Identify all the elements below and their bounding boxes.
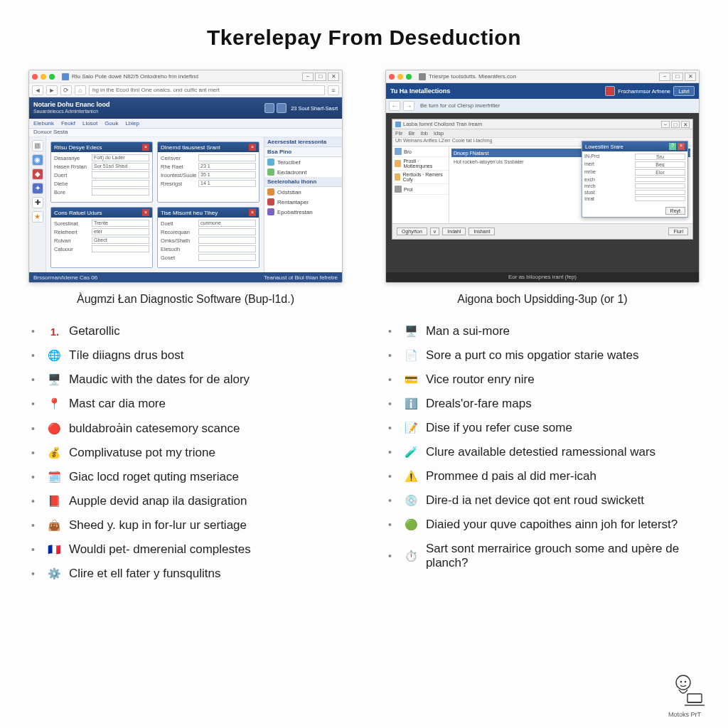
ribbon-tab[interactable]: Gouk: [105, 120, 118, 127]
url-bar[interactable]: hg in the Ecod Ihnl One onalcs. ond culf…: [89, 85, 325, 95]
dialog-close-icon[interactable]: ×: [678, 143, 685, 150]
field-input[interactable]: [92, 245, 149, 252]
footer-button[interactable]: Oghyrton: [397, 228, 427, 235]
maximize-button[interactable]: □: [672, 73, 683, 81]
field-input[interactable]: [92, 171, 149, 178]
tray-icon[interactable]: ▦: [32, 140, 43, 151]
back-button[interactable]: ◄: [32, 85, 43, 95]
header-icon[interactable]: [264, 103, 274, 113]
minimize-button[interactable]: −: [302, 73, 314, 81]
reload-button[interactable]: ⟳: [60, 85, 72, 95]
maximize-button[interactable]: □: [315, 73, 326, 81]
dialog-value[interactable]: [635, 177, 685, 182]
forward-button[interactable]: ►: [46, 85, 58, 95]
dialog-value[interactable]: Sru: [635, 154, 685, 160]
side-panel-item[interactable]: Odststian: [264, 187, 342, 197]
footer-button[interactable]: Indahl: [442, 228, 466, 235]
close-button[interactable]: ✕: [681, 121, 690, 128]
panel-close-icon[interactable]: ×: [249, 209, 256, 216]
dialog-label: Inrat: [584, 196, 633, 201]
close-button[interactable]: ✕: [685, 73, 696, 81]
min-dot-icon[interactable]: [397, 74, 403, 80]
ribbon-tab[interactable]: Llosot: [82, 120, 97, 127]
maximize-button[interactable]: □: [671, 121, 680, 128]
dialog-value[interactable]: [635, 196, 685, 201]
dialog-value[interactable]: Elor: [635, 169, 685, 176]
tray-icon[interactable]: ✦: [32, 183, 43, 194]
feature-icon: 🌐: [48, 348, 62, 363]
field-input[interactable]: [198, 154, 256, 161]
field-input[interactable]: 35 1: [198, 171, 256, 178]
side-panel-item[interactable]: Epobattrestan: [264, 207, 342, 217]
left-column: Rlu Salo Pote dowé N82/5 Ontodreho frín …: [28, 70, 343, 591]
min-dot-icon[interactable]: [41, 74, 46, 80]
footer-button[interactable]: Fiurl: [668, 228, 688, 235]
tray-icon[interactable]: ◆: [32, 168, 43, 180]
field-label: Doetl: [161, 220, 196, 227]
feature-icon: 🖥️: [405, 324, 419, 338]
close-button[interactable]: ✕: [328, 73, 339, 81]
field-input[interactable]: Gbect: [92, 237, 149, 244]
panel-close-icon[interactable]: ×: [249, 144, 256, 151]
dialog-value[interactable]: [635, 190, 685, 195]
ribbon-tab[interactable]: Feokf: [61, 120, 75, 127]
dialog-ok-button[interactable]: Reyt: [665, 207, 685, 215]
feature-item: 🧪Clure available detestied ramessional w…: [388, 445, 700, 459]
field-input[interactable]: [92, 180, 149, 187]
close-dot-icon[interactable]: [32, 74, 38, 80]
dialog-value[interactable]: Beq: [635, 161, 685, 168]
minimize-button[interactable]: −: [659, 73, 670, 81]
minimize-button[interactable]: −: [661, 121, 670, 128]
dialog-value[interactable]: [635, 183, 685, 188]
field-input[interactable]: [92, 188, 149, 196]
max-dot-icon[interactable]: [49, 74, 55, 80]
close-dot-icon[interactable]: [389, 74, 395, 80]
field-input[interactable]: Trente: [92, 220, 149, 227]
side-panel-item[interactable]: Teroclbef: [264, 157, 342, 167]
nav-row[interactable]: Bro: [392, 146, 449, 157]
forward-button[interactable]: →: [403, 101, 414, 111]
panel-close-icon[interactable]: ×: [142, 144, 149, 151]
tray-icon[interactable]: ◉: [32, 154, 43, 166]
back-button[interactable]: ←: [389, 101, 400, 111]
tray-icon[interactable]: ✚: [32, 197, 43, 208]
field-input[interactable]: [198, 254, 256, 261]
field-input[interactable]: cunmone: [198, 220, 256, 227]
menu-button[interactable]: ≡: [328, 85, 339, 95]
field-label: Recorequan: [161, 229, 196, 235]
feature-item: 👜Sheed y. kup in for-lur ur sertiage: [31, 518, 343, 532]
home-button[interactable]: ⌂: [75, 85, 86, 95]
field-input[interactable]: eter: [92, 228, 149, 235]
dialog-help-icon[interactable]: ?: [669, 143, 676, 150]
field-input[interactable]: [198, 228, 256, 235]
field-label: Rolvan: [54, 237, 90, 244]
field-input[interactable]: [198, 237, 256, 244]
max-dot-icon[interactable]: [406, 74, 412, 80]
field-input[interactable]: [198, 245, 256, 252]
header-icon[interactable]: [277, 103, 287, 113]
side-panel-item[interactable]: Eedadronnt: [264, 167, 342, 177]
nav-row[interactable]: Prol: [392, 184, 449, 195]
footer-dropdown[interactable]: v: [430, 228, 440, 235]
menu-item[interactable]: Flir: [395, 130, 402, 136]
ribbon-tab[interactable]: Lbiep: [125, 120, 139, 127]
menu-item[interactable]: Ibb: [421, 130, 428, 136]
field-input[interactable]: 14 1: [198, 180, 256, 187]
feature-text: Tíle diiagns drus bost: [69, 348, 184, 363]
item-label: Eedadronnt: [277, 169, 306, 176]
field-label: Rhe Raet: [161, 164, 196, 170]
nav-row[interactable]: Prosti · Motlerrqunes: [392, 157, 449, 171]
nav-row[interactable]: Rertiods · Remers Cofy: [392, 171, 449, 184]
tray-icon[interactable]: ★: [32, 211, 43, 223]
side-panel-item[interactable]: Rentantaper: [264, 197, 342, 207]
panel-close-icon[interactable]: ×: [142, 209, 149, 216]
header-icon[interactable]: [605, 86, 615, 96]
field-input[interactable]: 23 1: [198, 163, 256, 170]
menu-item[interactable]: Idsp: [434, 130, 444, 136]
menu-item[interactable]: Bir: [408, 130, 414, 136]
footer-button[interactable]: Inshant: [469, 228, 495, 235]
field-input[interactable]: Sor 51sd Shisd: [92, 163, 149, 170]
field-input[interactable]: Folt) do Lader: [92, 154, 149, 161]
ribbon-tab[interactable]: Elebunk: [33, 120, 54, 127]
header-icon[interactable]: Lshrl: [673, 86, 695, 96]
